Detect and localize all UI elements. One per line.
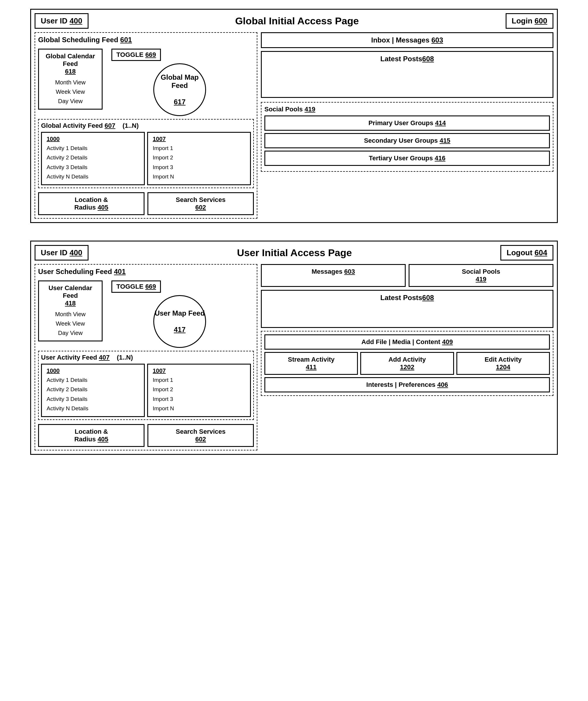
user-scheduling-feed-num: 401 xyxy=(114,268,126,275)
user-activityN: Activity N Details xyxy=(47,404,139,413)
global-primary-groups-label: Primary User Groups xyxy=(368,119,433,127)
user-page-title: User Initial Access Page xyxy=(88,247,501,258)
global-map-label: Global Map Feed xyxy=(154,73,205,90)
user-edit-activity-num: 1204 xyxy=(496,364,510,371)
user-scheduling-feed-label: User Scheduling Feed 401 xyxy=(38,268,254,276)
user-import2: Import 2 xyxy=(153,385,245,394)
user-calendar-feed-box: User Calendar Feed 418 Month View Week V… xyxy=(38,280,103,341)
main-diagram: User ID 400 Global Initial Access Page L… xyxy=(9,9,579,455)
global-activity-feed-content: 1000 Activity 1 Details Activity 2 Detai… xyxy=(41,132,251,185)
user-stream-activity-box[interactable]: Stream Activity 411 xyxy=(264,352,358,375)
user-location-box[interactable]: Location &Radius 405 xyxy=(38,424,145,447)
global-calendar-views: Month View Week View Day View xyxy=(44,78,97,106)
global-search-box[interactable]: Search Services 602 xyxy=(148,192,254,215)
user-activity-feed-content: 1000 Activity 1 Details Activity 2 Detai… xyxy=(41,364,251,417)
global-map-circle[interactable]: Global Map Feed 617 xyxy=(153,63,206,116)
global-inbox-box[interactable]: Inbox | Messages 603 xyxy=(261,32,553,48)
user-toggle-num: 669 xyxy=(145,283,156,290)
global-activity-feed-range: (1..N) xyxy=(123,122,139,129)
global-activity2: Activity 2 Details xyxy=(47,153,139,162)
global-import-box: 1007 Import 1 Import 2 Import 3 Import N xyxy=(147,132,251,185)
global-location-box[interactable]: Location &Radius 405 xyxy=(38,192,145,215)
global-activity-feed-label: Global Activity Feed xyxy=(41,122,103,129)
user-activity-list-box: 1000 Activity 1 Details Activity 2 Detai… xyxy=(41,364,145,417)
user-search-num: 602 xyxy=(195,436,206,443)
user-social-pools-box[interactable]: Social Pools 419 xyxy=(409,264,553,287)
user-activity-feed-section: User Activity Feed 407 (1..N) 1000 Activ… xyxy=(38,351,254,420)
global-scheduling-feed-text: Global Scheduling Feed xyxy=(38,36,118,44)
global-social-pools-label: Social Pools 419 xyxy=(264,105,550,113)
global-right-panel: Inbox | Messages 603 Latest Posts 608 So… xyxy=(261,32,553,219)
user-logout-label: Logout xyxy=(507,248,532,257)
global-import2: Import 2 xyxy=(153,153,245,162)
user-logout-box[interactable]: Logout 604 xyxy=(501,245,553,260)
user-import3: Import 3 xyxy=(153,395,245,404)
user-add-activity-box[interactable]: Add Activity 1202 xyxy=(360,352,454,375)
user-list-num: 1000 xyxy=(47,368,139,374)
global-secondary-groups-label: Secondary User Groups xyxy=(364,137,438,144)
global-latest-posts-label: Latest Posts xyxy=(380,55,422,63)
global-inbox-num: 603 xyxy=(431,36,443,44)
user-latest-posts-box: Latest Posts 608 xyxy=(261,290,553,328)
global-primary-groups-num: 414 xyxy=(435,119,446,127)
global-latest-posts-box: Latest Posts 608 xyxy=(261,51,553,98)
global-toggle-label: TOGGLE xyxy=(117,51,144,58)
user-add-file-label: Add File | Media | Content xyxy=(361,338,440,345)
user-calendar-feed-num: 418 xyxy=(65,299,76,307)
global-social-pools-num: 419 xyxy=(305,105,316,113)
global-scheduling-feed-label: Global Scheduling Feed 601 xyxy=(38,36,254,44)
user-activity3: Activity 3 Details xyxy=(47,395,139,404)
global-calendar-feed-label: Global Calendar Feed 618 xyxy=(44,52,97,75)
global-month-view: Month View xyxy=(44,78,97,87)
global-toggle-num: 669 xyxy=(145,51,156,58)
user-add-activity-label: Add Activity xyxy=(388,356,426,363)
user-import-num: 1007 xyxy=(153,368,245,374)
global-day-view: Day View xyxy=(44,96,97,106)
user-activity-feed-range: (1..N) xyxy=(117,354,133,361)
global-left-panel: Global Scheduling Feed 601 Global Calend… xyxy=(35,32,257,219)
global-social-pools-section: Social Pools 419 Primary User Groups 414… xyxy=(261,102,553,172)
user-logout-num: 604 xyxy=(535,248,547,257)
user-activity1: Activity 1 Details xyxy=(47,376,139,385)
global-secondary-groups-box[interactable]: Secondary User Groups 415 xyxy=(264,133,550,148)
global-primary-groups-box[interactable]: Primary User Groups 414 xyxy=(264,115,550,131)
global-activityN: Activity N Details xyxy=(47,172,139,181)
user-interests-label: Interests | Preferences xyxy=(366,381,436,388)
user-user-id-box: User ID 400 xyxy=(35,245,88,260)
global-search-label: Search Services xyxy=(176,196,225,203)
user-user-id-num: 400 xyxy=(69,248,82,257)
global-secondary-groups-num: 415 xyxy=(440,137,450,144)
user-search-box[interactable]: Search Services 602 xyxy=(148,424,254,447)
user-toggle-box[interactable]: TOGGLE 669 xyxy=(112,280,161,293)
user-add-file-box[interactable]: Add File | Media | Content 409 xyxy=(264,334,550,349)
user-month-view: Month View xyxy=(44,309,97,319)
user-map-circle[interactable]: User Map Feed 417 xyxy=(153,295,206,348)
global-login-box: Login 600 xyxy=(506,13,553,29)
global-toggle-box[interactable]: TOGGLE 669 xyxy=(112,49,161,61)
global-location-num: 405 xyxy=(97,204,109,211)
user-interests-box[interactable]: Interests | Preferences 406 xyxy=(264,377,550,393)
user-toggle-map: TOGGLE 669 User Map Feed 417 xyxy=(106,280,254,348)
user-add-activity-num: 1202 xyxy=(400,364,414,371)
user-map-num: 417 xyxy=(174,325,186,334)
global-user-id-num: 400 xyxy=(69,16,82,25)
user-social-pools-label: Social Pools xyxy=(462,268,501,275)
global-tertiary-groups-box[interactable]: Tertiary User Groups 416 xyxy=(264,151,550,166)
global-tertiary-groups-num: 416 xyxy=(435,155,445,162)
user-edit-activity-box[interactable]: Edit Activity 1204 xyxy=(456,352,550,375)
global-activity-feed-num: 607 xyxy=(105,122,116,129)
global-user-id-box: User ID 400 xyxy=(35,13,88,29)
user-activity2: Activity 2 Details xyxy=(47,385,139,394)
user-week-view: Week View xyxy=(44,319,97,328)
user-toggle-label: TOGGLE xyxy=(117,283,144,290)
user-calendar-feed-text: User Calendar Feed xyxy=(48,284,92,299)
global-import-num: 1007 xyxy=(153,136,245,143)
global-scheduling-top: Global Calendar Feed 618 Month View Week… xyxy=(38,49,254,116)
user-latest-posts-label: Latest Posts xyxy=(380,294,422,302)
user-messages-box[interactable]: Messages 603 xyxy=(261,264,406,287)
user-messages-label: Messages xyxy=(312,268,342,275)
user-scheduling-top: User Calendar Feed 418 Month View Week V… xyxy=(38,280,254,348)
global-tertiary-groups-label: Tertiary User Groups xyxy=(369,155,433,162)
user-scheduling-feed-text: User Scheduling Feed xyxy=(38,268,112,275)
global-calendar-feed-text: Global Calendar Feed xyxy=(46,52,95,67)
